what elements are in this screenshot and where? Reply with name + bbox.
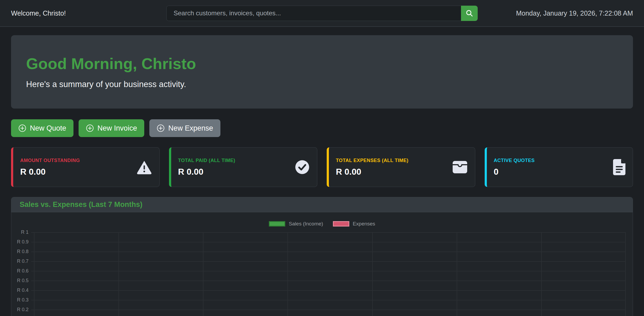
- stat-label: AMOUNT OUTSTANDING: [20, 158, 80, 163]
- stat-label: TOTAL PAID (ALL TIME): [178, 158, 235, 163]
- stat-value: R 0.00: [336, 167, 409, 177]
- y-tick-mark: [31, 252, 34, 252]
- check-circle-icon: [295, 160, 310, 175]
- stat-label: TOTAL EXPENSES (ALL TIME): [336, 158, 409, 163]
- greeting-subtitle: Here's a summary of your business activi…: [26, 80, 618, 89]
- plus-circle-icon: [18, 124, 26, 132]
- plus-circle-icon: [157, 124, 165, 132]
- welcome-text: Welcome, Christo!: [11, 9, 166, 17]
- stat-value: 0: [494, 167, 535, 177]
- y-tick-mark: [31, 281, 34, 281]
- y-tick-label: R 0.6: [11, 268, 29, 274]
- y-tick-mark: [31, 242, 34, 242]
- chart-title: Sales vs. Expenses (Last 7 Months): [11, 197, 633, 212]
- chart-plot: R 1R 0.9R 0.8R 0.7R 0.6R 0.5R 0.4R 0.3R …: [34, 232, 626, 316]
- expenses-swatch: [333, 221, 349, 227]
- chart-canvas: Sales (Income) Expenses R 1R 0.9R 0.8R 0…: [11, 212, 633, 316]
- y-tick-label: R 0.2: [11, 307, 29, 313]
- stat-label: ACTIVE QUOTES: [494, 158, 535, 163]
- gridline-horizontal: [34, 281, 626, 281]
- gridline-vertical: [118, 232, 119, 316]
- warning-triangle-icon: [136, 160, 152, 174]
- y-tick-mark: [31, 232, 34, 233]
- chart-legend: Sales (Income) Expenses: [11, 221, 633, 227]
- gridline-horizontal: [34, 261, 626, 262]
- greeting-title: Good Morning, Christo: [26, 55, 618, 73]
- y-tick-mark: [31, 310, 34, 310]
- legend-item-sales[interactable]: Sales (Income): [269, 221, 323, 227]
- stat-value: R 0.00: [20, 167, 80, 177]
- gridline-vertical: [34, 232, 34, 316]
- stat-card-amount-outstanding: AMOUNT OUTSTANDING R 0.00: [11, 147, 160, 187]
- greeting-card: Good Morning, Christo Here's a summary o…: [11, 35, 633, 109]
- search-icon: [465, 9, 474, 17]
- button-label: New Invoice: [97, 124, 137, 132]
- new-quote-button[interactable]: New Quote: [11, 119, 73, 137]
- quick-actions: New Quote New Invoice New Expense: [11, 119, 633, 137]
- new-expense-button[interactable]: New Expense: [149, 119, 220, 137]
- gridline-vertical: [372, 232, 373, 316]
- top-bar: Welcome, Christo! Monday, January 19, 20…: [0, 0, 644, 27]
- search-button[interactable]: [461, 6, 478, 21]
- stat-value: R 0.00: [178, 167, 235, 177]
- legend-label: Sales (Income): [289, 221, 323, 227]
- wallet-icon: [452, 160, 468, 174]
- gridline-horizontal: [34, 242, 626, 242]
- datetime-display: Monday, January 19, 2026, 7:22:08 AM: [478, 9, 633, 17]
- y-tick-mark: [31, 261, 34, 262]
- gridline-vertical: [203, 232, 203, 316]
- gridline-vertical: [287, 232, 288, 316]
- gridline-horizontal: [34, 290, 626, 291]
- sales-expenses-chart-card: Sales vs. Expenses (Last 7 Months) Sales…: [11, 197, 633, 316]
- gridline-vertical: [625, 232, 626, 316]
- stat-card-total-expenses: TOTAL EXPENSES (ALL TIME) R 0.00: [327, 147, 475, 187]
- gridline-horizontal: [34, 300, 626, 300]
- plus-circle-icon: [86, 124, 94, 132]
- y-tick-label: R 0.4: [11, 287, 29, 293]
- stat-cards: AMOUNT OUTSTANDING R 0.00 TOTAL PAID (AL…: [11, 147, 633, 187]
- y-tick-label: R 0.5: [11, 278, 29, 283]
- y-tick-label: R 0.3: [11, 297, 29, 303]
- search-bar: [166, 6, 478, 21]
- dashboard: Good Morning, Christo Here's a summary o…: [0, 27, 644, 316]
- y-tick-mark: [31, 300, 34, 300]
- y-tick-mark: [31, 271, 34, 271]
- file-text-icon: [613, 159, 625, 175]
- gridline-horizontal: [34, 271, 626, 271]
- gridline-horizontal: [34, 310, 626, 310]
- button-label: New Expense: [168, 124, 213, 132]
- y-tick-label: R 0.9: [11, 239, 29, 245]
- stat-card-active-quotes: ACTIVE QUOTES 0: [485, 147, 633, 187]
- gridline-horizontal: [34, 232, 626, 233]
- button-label: New Quote: [30, 124, 66, 132]
- y-tick-label: R 1: [11, 229, 29, 235]
- y-tick-label: R 0.7: [11, 258, 29, 264]
- y-tick-mark: [31, 290, 34, 291]
- search-input[interactable]: [166, 6, 461, 21]
- y-tick-label: R 0.8: [11, 249, 29, 254]
- gridline-vertical: [541, 232, 542, 316]
- sales-swatch: [269, 221, 285, 227]
- gridline-horizontal: [34, 252, 626, 252]
- legend-label: Expenses: [353, 221, 375, 227]
- legend-item-expenses[interactable]: Expenses: [333, 221, 375, 227]
- gridline-vertical: [457, 232, 457, 316]
- new-invoice-button[interactable]: New Invoice: [79, 119, 144, 137]
- stat-card-total-paid: TOTAL PAID (ALL TIME) R 0.00: [169, 147, 318, 187]
